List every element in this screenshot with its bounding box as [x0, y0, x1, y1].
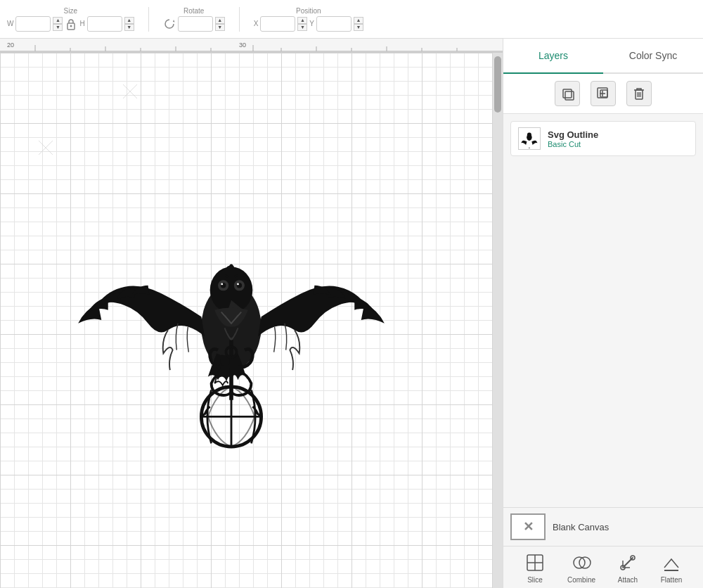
svg-text:20: 20: [7, 41, 14, 49]
duplicate-icon: [560, 86, 575, 101]
size-w-down[interactable]: ▼: [53, 24, 63, 31]
add-layer-icon: [595, 86, 611, 101]
size-w-spinners: ▲ ▼: [53, 17, 63, 31]
size-h-spinners: ▲ ▼: [124, 17, 134, 31]
slice-label: Slice: [527, 576, 543, 584]
attach-button[interactable]: Attach: [617, 551, 639, 584]
right-panel: Layers Color Sync: [503, 39, 703, 588]
canvas-content[interactable]: [0, 53, 503, 588]
attach-icon: [617, 551, 639, 574]
lock-icon[interactable]: [66, 18, 76, 30]
position-y-label: Y: [309, 20, 314, 27]
position-x-down[interactable]: ▼: [297, 24, 307, 31]
svg-point-1: [70, 25, 72, 27]
position-y-spinners: ▲ ▼: [354, 17, 363, 31]
position-x-up[interactable]: ▲: [297, 17, 307, 24]
layer-item[interactable]: Svg Outline Basic Cut: [510, 121, 696, 156]
svg-point-57: [237, 283, 239, 285]
rotate-down[interactable]: ▼: [215, 24, 225, 31]
ruler-top: 20 30: [0, 39, 503, 53]
scrollbar-right[interactable]: [493, 53, 503, 588]
blank-canvas-x-mark: ✕: [523, 519, 534, 535]
flatten-button[interactable]: Flatten: [660, 551, 683, 584]
size-inputs: W ▲ ▼ H ▲ ▼: [7, 16, 134, 32]
svg-point-73: [527, 133, 531, 138]
bottom-toolbar: Slice Combine: [503, 546, 703, 588]
delete-layer-button[interactable]: [626, 81, 652, 106]
slice-button[interactable]: Slice: [524, 551, 546, 584]
size-w-input[interactable]: [15, 16, 51, 32]
position-x-spinners: ▲ ▼: [297, 17, 307, 31]
main-area: 20 30: [0, 39, 703, 588]
top-toolbar: Size W ▲ ▼ H ▲ ▼: [0, 0, 703, 39]
position-x-label: X: [254, 20, 259, 27]
blank-canvas-thumbnail: ✕: [510, 513, 546, 540]
size-h-input[interactable]: [87, 16, 122, 32]
svg-point-56: [221, 283, 223, 285]
lock-icon-container: [65, 18, 77, 30]
svg-rect-62: [563, 89, 572, 98]
combine-button[interactable]: Combine: [567, 551, 595, 584]
delete-icon: [631, 86, 647, 101]
layer-info: Svg Outline Basic Cut: [548, 129, 688, 148]
layer-type: Basic Cut: [548, 140, 688, 148]
position-x-input[interactable]: [260, 16, 295, 32]
layer-thumb-svg: [520, 129, 539, 148]
rotate-up[interactable]: ▲: [215, 17, 225, 24]
duplicate-button[interactable]: [555, 81, 580, 106]
slice-icon: [524, 551, 546, 574]
rotate-icon: [163, 18, 176, 30]
svg-text:30: 30: [239, 41, 246, 49]
size-w-up[interactable]: ▲: [53, 17, 63, 24]
add-layer-button[interactable]: [591, 81, 616, 106]
tabs: Layers Color Sync: [503, 39, 703, 74]
rotate-inputs: ▲ ▼: [163, 16, 225, 32]
separator-2: [239, 7, 240, 32]
size-h-label: H: [79, 20, 84, 27]
size-h-down[interactable]: ▼: [124, 24, 134, 31]
canvas-area[interactable]: 20 30: [0, 39, 503, 588]
position-y-up[interactable]: ▲: [354, 17, 363, 24]
separator-1: [148, 7, 149, 32]
layer-name: Svg Outline: [548, 129, 688, 140]
tab-layers[interactable]: Layers: [503, 39, 603, 72]
blank-canvas-label: Blank Canvas: [553, 522, 609, 532]
panel-toolbar: [503, 74, 703, 114]
position-y-input[interactable]: [316, 16, 352, 32]
position-y-down[interactable]: ▼: [354, 24, 363, 31]
flatten-icon: [660, 551, 683, 574]
hawk-logo: [49, 207, 414, 460]
svg-rect-63: [565, 91, 574, 100]
ruler-top-svg: 20 30: [0, 39, 503, 52]
layers-list: Svg Outline Basic Cut: [503, 114, 703, 507]
rotate-label: Rotate: [183, 7, 204, 15]
size-h-up[interactable]: ▲: [124, 17, 134, 24]
tab-color-sync[interactable]: Color Sync: [603, 39, 703, 72]
scrollbar-thumb[interactable]: [494, 56, 501, 113]
rotate-input[interactable]: [178, 16, 213, 32]
size-label: Size: [64, 7, 77, 15]
design-area: [0, 53, 503, 588]
combine-label: Combine: [567, 576, 595, 584]
rotate-group: Rotate ▲ ▼: [163, 7, 225, 32]
position-group: Position X ▲ ▼ Y ▲ ▼: [254, 7, 363, 32]
rotate-spinners: ▲ ▼: [215, 17, 225, 31]
size-w-label: W: [7, 20, 13, 27]
layer-thumbnail: [518, 127, 541, 150]
position-label: Position: [296, 7, 321, 15]
size-group: Size W ▲ ▼ H ▲ ▼: [7, 7, 134, 32]
blank-canvas-bar[interactable]: ✕ Blank Canvas: [503, 507, 703, 546]
flatten-label: Flatten: [661, 576, 683, 584]
attach-label: Attach: [618, 576, 638, 584]
combine-icon: [570, 551, 593, 574]
position-inputs: X ▲ ▼ Y ▲ ▼: [254, 16, 363, 32]
